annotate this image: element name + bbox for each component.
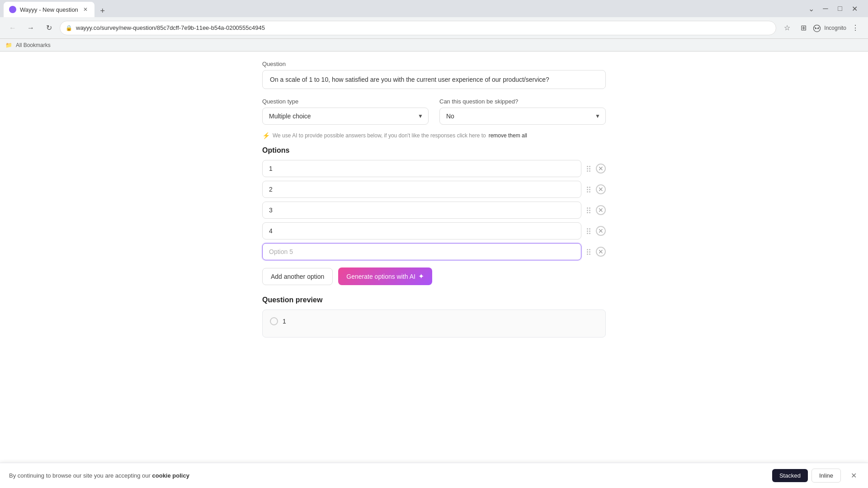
address-bar[interactable]: 🔒 wayyy.co/survey/new-question/85c7dcff-…: [60, 21, 776, 35]
close-window-button[interactable]: ✕: [848, 2, 861, 15]
maximize-button[interactable]: □: [834, 2, 846, 15]
minimize-button[interactable]: ─: [819, 2, 832, 15]
question-type-col: Question type Multiple choice Short answ…: [262, 98, 429, 125]
option-input-1[interactable]: [262, 160, 581, 177]
tab-title: Wayyy - New question: [20, 6, 78, 13]
preview-option-1: 1: [270, 317, 598, 325]
preview-option-text-1: 1: [283, 318, 286, 325]
option-row-2: ✕: [262, 181, 606, 198]
drag-handle-5[interactable]: [585, 247, 592, 257]
skip-wrapper: No Yes ▼: [439, 108, 606, 125]
drag-handle-4[interactable]: [585, 226, 592, 236]
question-input[interactable]: [262, 70, 606, 89]
option-input-2[interactable]: [262, 181, 581, 198]
lock-icon: 🔒: [66, 25, 72, 31]
active-tab[interactable]: Wayyy - New question ✕: [4, 2, 94, 17]
incognito-label: Incognito: [824, 25, 846, 31]
drag-handle-1[interactable]: [585, 164, 592, 174]
menu-button[interactable]: ⋮: [848, 21, 863, 35]
page-content: Question Question type Multiple choice S…: [0, 52, 868, 488]
option-input-3[interactable]: [262, 202, 581, 219]
action-buttons-row: Add another option Generate options with…: [262, 267, 606, 285]
browser-titlebar: Wayyy - New question ✕ + ⌄ ─ □ ✕: [0, 0, 868, 17]
inline-button[interactable]: Inline: [811, 469, 841, 483]
option-row-3: ✕: [262, 202, 606, 219]
skip-question-col: Can this question be skipped? No Yes ▼: [439, 98, 606, 125]
question-type-label: Question type: [262, 98, 429, 105]
lightning-icon: ⚡: [262, 132, 270, 139]
option-input-5[interactable]: [262, 243, 581, 260]
question-type-wrapper: Multiple choice Short answer Rating ▼: [262, 108, 429, 125]
option-row-4: ✕: [262, 222, 606, 239]
tab-bar: Wayyy - New question ✕ +: [4, 0, 805, 17]
generate-ai-label: Generate options with AI: [346, 273, 415, 280]
reload-button[interactable]: ↻: [42, 21, 56, 35]
window-controls: ⌄ ─ □ ✕: [805, 2, 864, 15]
option-row-1: ✕: [262, 160, 606, 177]
new-tab-button[interactable]: +: [96, 5, 109, 17]
question-settings-row: Question type Multiple choice Short answ…: [262, 98, 606, 125]
option-input-4[interactable]: [262, 222, 581, 239]
scroll-down-button[interactable]: ⌄: [805, 2, 817, 15]
cookie-policy-link[interactable]: cookie policy: [152, 472, 189, 479]
bookmarks-label: 📁: [5, 42, 12, 48]
sparkle-icon: ✦: [418, 272, 424, 281]
incognito-badge: Incognito: [812, 23, 846, 33]
browser-toolbar: ← → ↻ 🔒 wayyy.co/survey/new-question/85c…: [0, 17, 868, 39]
tab-favicon: [9, 6, 16, 13]
preview-box: 1: [262, 310, 606, 338]
drag-handle-2[interactable]: [585, 185, 592, 194]
option-row-5: ✕: [262, 243, 606, 260]
preview-section-title: Question preview: [262, 296, 606, 304]
cookie-close-button[interactable]: ✕: [848, 470, 859, 481]
cookie-text: By continuing to browse our site you are…: [9, 472, 189, 479]
question-type-select[interactable]: Multiple choice Short answer Rating: [262, 108, 429, 125]
cookie-banner: By continuing to browse our site you are…: [0, 463, 868, 488]
toolbar-actions: ☆ ⊞ Incognito ⋮: [780, 21, 863, 35]
preview-radio-1[interactable]: [270, 317, 278, 325]
incognito-icon: [812, 23, 821, 33]
skip-select[interactable]: No Yes: [439, 108, 606, 125]
tab-close-button[interactable]: ✕: [82, 6, 89, 13]
back-button[interactable]: ←: [5, 21, 20, 35]
remove-option-5-button[interactable]: ✕: [596, 247, 606, 257]
drag-handle-3[interactable]: [585, 206, 592, 215]
options-section-title: Options: [262, 146, 606, 155]
extensions-button[interactable]: ⊞: [796, 21, 811, 35]
add-another-option-button[interactable]: Add another option: [262, 268, 333, 285]
bookmarks-bar: 📁 All Bookmarks: [0, 39, 868, 52]
stacked-button[interactable]: Stacked: [772, 469, 808, 482]
bookmark-button[interactable]: ☆: [780, 21, 794, 35]
cookie-actions: Stacked Inline ✕: [772, 469, 859, 483]
generate-ai-button[interactable]: Generate options with AI ✦: [338, 267, 432, 285]
url-text: wayyy.co/survey/new-question/85c7dcff-7e…: [76, 24, 265, 31]
forward-button[interactable]: →: [24, 21, 38, 35]
remove-option-4-button[interactable]: ✕: [596, 226, 606, 236]
bookmarks-bar-text: All Bookmarks: [16, 42, 51, 48]
question-label: Question: [262, 61, 606, 67]
page-scroll: Question Question type Multiple choice S…: [0, 52, 868, 488]
remove-option-3-button[interactable]: ✕: [596, 205, 606, 215]
remove-option-2-button[interactable]: ✕: [596, 184, 606, 194]
ai-notice-text: We use AI to provide possible answers be…: [273, 132, 486, 139]
form-container: Question Question type Multiple choice S…: [253, 61, 615, 338]
skip-label: Can this question be skipped?: [439, 98, 606, 105]
ai-notice: ⚡ We use AI to provide possible answers …: [262, 132, 606, 139]
remove-option-1-button[interactable]: ✕: [596, 164, 606, 174]
remove-all-link[interactable]: remove them all: [489, 132, 527, 139]
